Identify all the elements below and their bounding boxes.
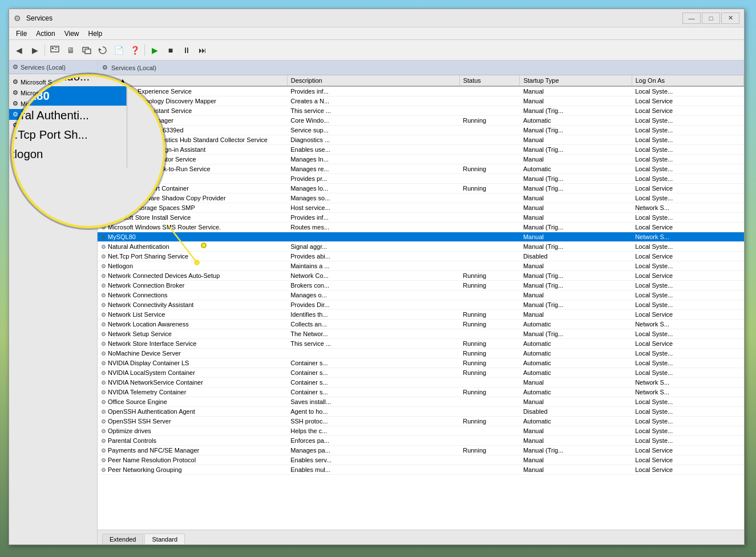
row-service-icon: ⚙ xyxy=(101,331,106,337)
stop-service-button[interactable]: ■ xyxy=(163,43,178,58)
table-row[interactable]: ⚙Microsoft iSCSI Initiator ServiceManage… xyxy=(98,155,744,164)
row-service-icon: ⚙ xyxy=(101,467,106,473)
close-button[interactable]: ✕ xyxy=(721,13,739,24)
table-row[interactable]: ⚙Microsoft Account Sign-in AssistantEnab… xyxy=(98,145,744,155)
scope-icon xyxy=(50,46,59,55)
zoom-circle: ⚙ Microsoft S... ⚙ Microsoft Store... ⚙ … xyxy=(11,74,165,228)
table-row[interactable]: ⚙NVIDIA Telemetry ContainerContainer s..… xyxy=(98,388,744,397)
table-row[interactable]: ⚙Peer Networking GroupingEnables mul...M… xyxy=(98,465,744,475)
table-row[interactable]: ⚙NVIDIA NetworkService ContainerContaine… xyxy=(98,378,744,388)
toolbar-sep-1 xyxy=(45,45,45,56)
forward-button[interactable]: ▶ xyxy=(27,43,42,58)
table-row[interactable]: ⚙Link-Layer Topology Discovery MapperCre… xyxy=(98,96,744,106)
table-row[interactable]: ⚙NVIDIA LocalSystem ContainerContainer s… xyxy=(98,368,744,378)
table-row[interactable]: ⚙Network Location AwarenessCollects an..… xyxy=(98,320,744,329)
table-row[interactable]: ⚙Parental ControlsEnforces pa...ManualLo… xyxy=(98,436,744,446)
row-service-icon: ⚙ xyxy=(101,360,106,366)
row-service-icon: ⚙ xyxy=(101,380,106,386)
table-row[interactable]: ⚙OpenSSH SSH ServerSSH protoc...RunningA… xyxy=(98,417,744,426)
help-button[interactable]: ❓ xyxy=(127,43,142,58)
window-controls: — □ ✕ xyxy=(682,13,739,24)
menu-action[interactable]: Action xyxy=(31,29,59,39)
table-row[interactable]: ⚙Microsoft Passport ContainerManages lo.… xyxy=(98,184,744,193)
export-button[interactable]: 📄 xyxy=(111,43,126,58)
table-row[interactable]: ⚙Network ConnectionsManages o...ManualLo… xyxy=(98,290,744,300)
row-service-icon: ⚙ xyxy=(101,263,106,269)
table-row[interactable]: ⚙Microsoft Software Shadow Copy Provider… xyxy=(98,193,744,203)
row-service-icon: ⚙ xyxy=(101,321,106,328)
refresh-icon xyxy=(98,46,107,55)
col-header-logon[interactable]: Log On As xyxy=(632,75,743,86)
sidebar-header: ⚙ Services (Local) xyxy=(9,60,97,74)
svg-rect-2 xyxy=(55,47,58,48)
svg-rect-5 xyxy=(85,49,91,54)
table-row[interactable]: ⚙Microsoft Office Click-to-Run ServiceMa… xyxy=(98,164,744,174)
table-row[interactable]: ⚙Network Connected Devices Auto-SetupNet… xyxy=(98,271,744,281)
table-row[interactable]: ⚙NetlogonMaintains a ...ManualLocal Syst… xyxy=(98,261,744,271)
menu-file[interactable]: File xyxy=(11,29,31,39)
maximize-button[interactable]: □ xyxy=(702,13,720,24)
row-service-icon: ⚙ xyxy=(101,350,106,357)
table-row[interactable]: ⚙MessagingService_6339edService sup...Ma… xyxy=(98,126,744,135)
main-panel: ⚙ Services (Local) Name ▲ Description St… xyxy=(98,60,744,544)
table-row[interactable]: ⚙Local Session ManagerCore Windo...Runni… xyxy=(98,116,744,126)
table-row[interactable]: ⚙Microsoft PassportProvides pr...Manual … xyxy=(98,174,744,184)
table-row[interactable]: ⚙Office Source EngineSaves install...Man… xyxy=(98,397,744,407)
svg-rect-3 xyxy=(55,49,56,50)
sidebar-header-icon: ⚙ xyxy=(13,63,18,71)
table-row[interactable]: ⚙Language Experience ServiceProvides inf… xyxy=(98,86,744,96)
table-row[interactable]: ⚙Peer Name Resolution ProtocolEnables se… xyxy=(98,455,744,465)
table-row[interactable]: ⚙OpenSSH Authentication AgentAgent to ho… xyxy=(98,407,744,417)
pause-service-button[interactable]: ⏸ xyxy=(179,43,194,58)
table-row[interactable]: ⚙NoMachine Device ServerRunningAutomatic… xyxy=(98,349,744,358)
table-row[interactable]: ⚙Network List ServiceIdentifies th...Run… xyxy=(98,310,744,320)
row-service-icon: ⚙ xyxy=(101,312,106,318)
computer-button[interactable]: 🖥 xyxy=(63,43,78,58)
tab-extended[interactable]: Extended xyxy=(102,534,143,544)
start-service-button[interactable]: ▶ xyxy=(147,43,162,58)
table-row[interactable]: ⚙Net.Tcp Port Sharing ServiceProvides ab… xyxy=(98,252,744,261)
row-service-icon: ⚙ xyxy=(101,341,106,347)
panel-icon: ⚙ xyxy=(102,64,108,71)
table-row[interactable]: ⚙NVIDIA Display Container LSContainer s.… xyxy=(98,358,744,368)
row-service-icon: ⚙ xyxy=(101,438,106,444)
table-row[interactable]: ⚙Optimize drivesHelps the c...ManualLoca… xyxy=(98,426,744,436)
table-row[interactable]: ⚙Payments and NFC/SE ManagerManages pa..… xyxy=(98,446,744,455)
row-service-icon: ⚙ xyxy=(101,273,106,279)
menu-view[interactable]: View xyxy=(60,29,84,39)
table-row[interactable]: ⚙Microsoft Storage Spaces SMPHost servic… xyxy=(98,203,744,213)
table-row[interactable]: ⚙Network Connectivity AssistantProvides … xyxy=(98,300,744,310)
col-header-status[interactable]: Status xyxy=(459,75,520,86)
svg-marker-6 xyxy=(98,48,102,50)
new-window-button[interactable] xyxy=(79,43,94,58)
table-row[interactable]: ⚙Natural AuthenticationSignal aggr...Man… xyxy=(98,242,744,252)
row-service-icon: ⚙ xyxy=(101,409,106,415)
resume-service-button[interactable]: ⏭ xyxy=(195,43,210,58)
table-row[interactable]: ⚙Microsoft Windows SMS Router Service.Ro… xyxy=(98,223,744,232)
table-row[interactable]: ⚙MySQL80ManualNetwork S... xyxy=(98,232,744,242)
sidebar-header-text: Services (Local) xyxy=(21,64,66,71)
svg-rect-1 xyxy=(52,47,54,49)
new-window-icon xyxy=(82,46,91,55)
row-service-icon: ⚙ xyxy=(101,253,106,260)
table-row[interactable]: ⚙Network Store Interface ServiceThis ser… xyxy=(98,339,744,349)
row-service-icon: ⚙ xyxy=(101,457,106,463)
table-row[interactable]: ⚙Local Profile Assistant ServiceThis ser… xyxy=(98,106,744,116)
minimize-button[interactable]: — xyxy=(682,13,701,24)
toolbar: ◀ ▶ 🖥 📄 ❓ ▶ ■ ⏸ xyxy=(9,40,744,60)
show-scope-button[interactable] xyxy=(47,43,62,58)
row-service-icon: ⚙ xyxy=(101,234,106,240)
table-row[interactable]: ⚙Network Connection BrokerBrokers con...… xyxy=(98,281,744,290)
panel-address-bar: ⚙ Services (Local) xyxy=(98,60,744,75)
col-header-desc[interactable]: Description xyxy=(287,75,459,86)
back-button[interactable]: ◀ xyxy=(11,43,26,58)
table-row[interactable]: ⚙Network Setup ServiceThe Networ...Manua… xyxy=(98,329,744,339)
services-table-container[interactable]: Name ▲ Description Status Startup Type L… xyxy=(98,75,744,530)
table-row[interactable]: ⚙Microsoft (R) Diagnostics Hub Standard … xyxy=(98,135,744,145)
table-row[interactable]: ⚙Microsoft Store Install ServiceProvides… xyxy=(98,213,744,223)
refresh-button[interactable] xyxy=(95,43,110,58)
col-header-startup[interactable]: Startup Type xyxy=(520,75,632,86)
selection-dot-indicator xyxy=(201,243,207,248)
tab-standard[interactable]: Standard xyxy=(144,534,185,544)
menu-help[interactable]: Help xyxy=(84,29,107,39)
